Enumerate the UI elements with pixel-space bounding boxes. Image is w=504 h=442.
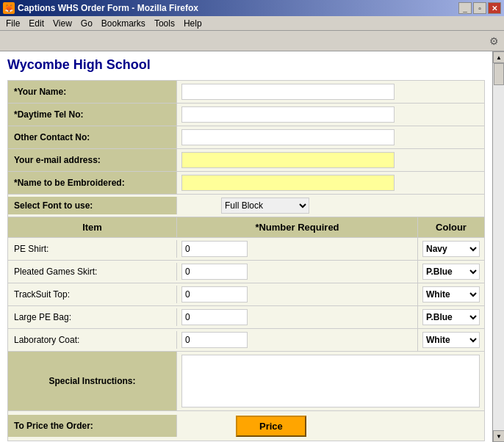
table-row: TrackSuit Top: Navy P.Blue White Black R… — [8, 283, 484, 306]
your-name-input[interactable] — [181, 84, 395, 100]
email-input[interactable] — [181, 152, 395, 168]
scroll-down-button[interactable]: ▼ — [493, 430, 504, 442]
window-controls[interactable]: _ ▫ ✕ — [458, 2, 501, 14]
daytime-tel-input[interactable] — [181, 106, 395, 123]
email-label: Your e-mail address: — [8, 149, 177, 171]
price-input-cell: Price — [177, 413, 484, 440]
table-row: PE Shirt: Navy P.Blue White Black Red — [8, 238, 484, 261]
colour-select-4[interactable]: Navy P.Blue White Black Red — [422, 332, 480, 348]
special-instructions-row: Special Instructions: — [8, 352, 484, 411]
title-bar-left: 🦊 Captions WHS Order Form - Mozilla Fire… — [3, 2, 198, 14]
email-row: Your e-mail address: — [8, 149, 484, 172]
row-number-input-3[interactable] — [181, 309, 248, 325]
row-number-input-4[interactable] — [181, 332, 248, 348]
other-contact-input-cell — [177, 126, 484, 148]
row-number-4 — [177, 329, 418, 351]
price-button[interactable]: Price — [236, 416, 306, 437]
font-label: Select Font to use: — [8, 197, 177, 214]
row-number-2 — [177, 283, 418, 305]
colour-select-3[interactable]: Navy P.Blue White Black Red — [422, 309, 480, 325]
your-name-input-cell — [177, 81, 484, 103]
menu-help[interactable]: Help — [179, 17, 206, 30]
daytime-tel-row: *Daytime Tel No: — [8, 104, 484, 126]
menu-file[interactable]: File — [1, 17, 24, 30]
row-number-input-0[interactable] — [181, 241, 248, 257]
row-number-1 — [177, 261, 418, 283]
your-name-label: *Your Name: — [8, 81, 177, 103]
row-item-2: TrackSuit Top: — [8, 286, 177, 303]
restore-button[interactable]: ▫ — [473, 2, 486, 14]
header-colour: Colour — [418, 217, 484, 237]
menu-view[interactable]: View — [48, 17, 76, 30]
minimize-button[interactable]: _ — [458, 2, 472, 14]
email-input-cell — [177, 149, 484, 171]
row-colour-2: Navy P.Blue White Black Red — [418, 283, 484, 305]
close-button[interactable]: ✕ — [488, 2, 501, 14]
header-item: Item — [8, 217, 177, 237]
menu-bar: File Edit View Go Bookmarks Tools Help — [0, 16, 504, 31]
browser-toolbar: ⚙ — [0, 31, 504, 51]
colour-select-1[interactable]: Navy P.Blue White Black Red — [422, 264, 480, 280]
name-embroidered-input-cell — [177, 172, 484, 194]
table-header: Item *Number Required Colour — [8, 217, 484, 238]
font-select[interactable]: Full Block Script Block — [221, 198, 309, 214]
firefox-icon: 🦊 — [3, 2, 15, 14]
daytime-tel-input-cell — [177, 104, 484, 126]
title-bar: 🦊 Captions WHS Order Form - Mozilla Fire… — [0, 0, 504, 16]
special-instructions-label: Special Instructions: — [8, 352, 177, 410]
name-embroidered-input[interactable] — [181, 175, 395, 191]
price-row: To Price the Order: Price — [8, 411, 484, 441]
other-contact-row: Other Contact No: — [8, 126, 484, 149]
colour-select-0[interactable]: Navy P.Blue White Black Red — [422, 241, 480, 257]
other-contact-label: Other Contact No: — [8, 126, 177, 148]
window-title: Captions WHS Order Form - Mozilla Firefo… — [18, 3, 198, 13]
row-item-0: PE Shirt: — [8, 240, 177, 258]
menu-tools[interactable]: Tools — [150, 17, 179, 30]
other-contact-input[interactable] — [181, 129, 395, 145]
scrollbar[interactable]: ▲ ▼ — [492, 51, 504, 442]
row-colour-4: Navy P.Blue White Black Red — [418, 329, 484, 351]
special-instructions-input-cell — [177, 352, 484, 410]
font-row: Select Font to use: Full Block Script Bl… — [8, 195, 484, 217]
daytime-tel-label: *Daytime Tel No: — [8, 104, 177, 126]
row-number-input-1[interactable] — [181, 264, 248, 280]
header-number: *Number Required — [177, 217, 418, 237]
settings-icon[interactable]: ⚙ — [486, 34, 501, 48]
row-colour-3: Navy P.Blue White Black Red — [418, 306, 484, 328]
order-form: *Your Name: *Daytime Tel No: Other Conta… — [7, 80, 485, 441]
page-title: Wycombe High School — [7, 57, 485, 73]
scrollbar-track[interactable] — [493, 63, 504, 430]
table-row: Pleated Games Skirt: Navy P.Blue White B… — [8, 261, 484, 283]
row-colour-0: Navy P.Blue White Black Red — [418, 238, 484, 260]
menu-edit[interactable]: Edit — [24, 17, 48, 30]
row-number-0 — [177, 238, 418, 260]
row-colour-1: Navy P.Blue White Black Red — [418, 261, 484, 283]
table-row: Large PE Bag: Navy P.Blue White Black Re… — [8, 306, 484, 329]
row-item-4: Laboratory Coat: — [8, 331, 177, 349]
scroll-up-button[interactable]: ▲ — [493, 51, 504, 63]
price-label: To Price the Order: — [8, 415, 177, 437]
scrollbar-thumb[interactable] — [494, 63, 504, 85]
menu-go[interactable]: Go — [76, 17, 97, 30]
special-instructions-textarea[interactable] — [181, 355, 480, 407]
name-embroidered-row: *Name to be Embroidered: — [8, 172, 484, 195]
your-name-row: *Your Name: — [8, 81, 484, 104]
menu-bookmarks[interactable]: Bookmarks — [97, 17, 150, 30]
page-content: Wycombe High School *Your Name: *Daytime… — [0, 51, 492, 442]
font-input-cell: Full Block Script Block — [177, 195, 484, 217]
row-number-input-2[interactable] — [181, 286, 248, 302]
row-number-3 — [177, 306, 418, 328]
name-embroidered-label: *Name to be Embroidered: — [8, 172, 177, 194]
colour-select-2[interactable]: Navy P.Blue White Black Red — [422, 286, 480, 302]
browser-content: Wycombe High School *Your Name: *Daytime… — [0, 51, 504, 442]
row-item-3: Large PE Bag: — [8, 308, 177, 326]
table-row: Laboratory Coat: Navy P.Blue White Black… — [8, 329, 484, 352]
row-item-1: Pleated Games Skirt: — [8, 263, 177, 280]
